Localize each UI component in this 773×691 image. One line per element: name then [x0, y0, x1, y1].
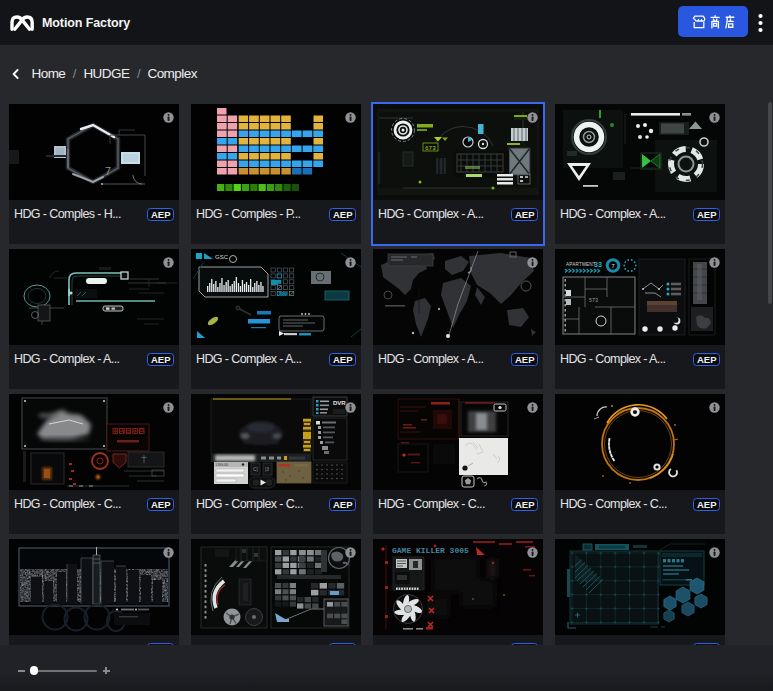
svg-text:C|: C|: [253, 466, 258, 472]
svg-text:APARTMENT: APARTMENT: [566, 262, 596, 267]
svg-text:GSC: GSC: [215, 254, 229, 260]
svg-text:|3: |3: [265, 466, 269, 472]
svg-text:33: 33: [594, 261, 602, 268]
svg-text:673: 673: [425, 145, 436, 152]
svg-text:LNG.00: LNG.00: [216, 463, 228, 467]
svg-text:7: 7: [105, 165, 111, 177]
svg-text:7: 7: [612, 263, 615, 269]
svg-text:573: 573: [589, 298, 598, 304]
svg-text:GAME KILLER 3005: GAME KILLER 3005: [392, 546, 469, 555]
